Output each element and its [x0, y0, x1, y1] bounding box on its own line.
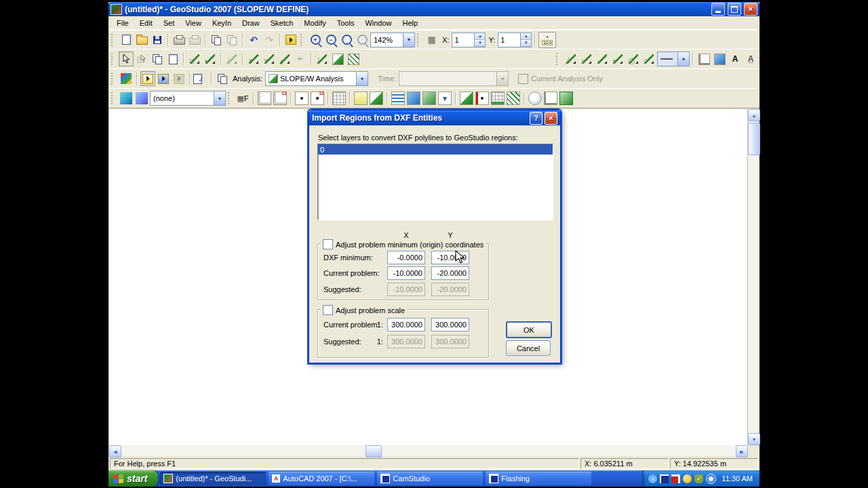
sketch-picture-icon[interactable]: [712, 52, 727, 66]
water-table-icon[interactable]: ▼: [437, 91, 452, 106]
measure-icon[interactable]: [490, 91, 505, 106]
layer-item-selected[interactable]: 0: [318, 144, 553, 155]
scroll-right-icon[interactable]: ▶: [736, 445, 748, 458]
chevron-down-icon[interactable]: ▼: [677, 52, 689, 66]
spin-down-icon[interactable]: ▼: [521, 40, 531, 47]
pore-pressure-icon[interactable]: [475, 91, 490, 106]
sketch-polyline-icon[interactable]: ∨: [579, 52, 594, 66]
draw-tension-crack-icon[interactable]: ¿: [277, 52, 292, 66]
scroll-left-icon[interactable]: ◀: [109, 445, 121, 458]
tray-messenger-icon[interactable]: [683, 474, 692, 483]
dxf-minimum-x-field[interactable]: -0.0000: [387, 251, 425, 264]
tray-expand-icon[interactable]: ‹: [648, 474, 657, 483]
regions-icon[interactable]: [353, 91, 368, 106]
sketch-line-icon[interactable]: ╱: [564, 52, 578, 66]
menu-edit[interactable]: Edit: [134, 18, 158, 28]
taskbar-item-camstudio[interactable]: CamStudio: [377, 472, 483, 485]
define-mode-icon[interactable]: [140, 71, 155, 86]
toolbar-grip[interactable]: [111, 73, 115, 85]
menu-help[interactable]: Help: [397, 18, 424, 28]
view-preferences-icon[interactable]: [134, 91, 149, 106]
menu-file[interactable]: File: [111, 18, 134, 28]
draw-slip-surface-icon[interactable]: ✕: [246, 52, 261, 66]
cancel-button[interactable]: Cancel: [506, 340, 551, 356]
sketch-text-icon[interactable]: A: [728, 52, 743, 66]
tray-camstudio-icon[interactable]: [660, 474, 669, 483]
grid-y-spinner[interactable]: 1 ▲▼: [498, 33, 532, 47]
close-button[interactable]: ×: [744, 3, 757, 16]
keyin-points-label-icon[interactable]: 12: [273, 91, 288, 106]
menu-tools[interactable]: Tools: [332, 18, 360, 28]
copy-picture-icon[interactable]: [150, 52, 165, 66]
scale-current-y-field[interactable]: 300.0000: [431, 318, 469, 331]
toolbar-grip[interactable]: [556, 53, 560, 65]
scale-current-x-field[interactable]: 300.0000: [387, 318, 425, 331]
select-window-icon[interactable]: [134, 52, 149, 66]
menu-window[interactable]: Window: [359, 18, 397, 28]
limits-icon[interactable]: ⇤: [293, 52, 308, 66]
analyses-tree-icon[interactable]: [215, 71, 230, 86]
taskbar-clock[interactable]: 11:30 AM: [722, 474, 753, 483]
new-file-icon[interactable]: [119, 33, 134, 47]
taskbar-item-autocad[interactable]: A AutoCAD 2007 - [C:\...: [269, 472, 374, 485]
tray-antivirus-icon[interactable]: ✓: [694, 474, 703, 483]
select-arrow-icon[interactable]: [119, 52, 134, 66]
zoom-objects-icon[interactable]: [355, 33, 370, 47]
spin-up-icon[interactable]: ▲: [521, 33, 531, 40]
start-button[interactable]: start: [108, 470, 158, 487]
seepage-icon[interactable]: [391, 91, 406, 106]
toolbar-grip[interactable]: [300, 34, 304, 46]
menu-view[interactable]: View: [180, 18, 207, 28]
picture-icon[interactable]: [559, 91, 574, 106]
sketch-axes-icon[interactable]: [696, 52, 711, 66]
modify-text-icon[interactable]: A̲: [743, 52, 758, 66]
draw-lines-icon[interactable]: ╱: [224, 52, 239, 66]
menu-sketch[interactable]: Sketch: [265, 18, 299, 28]
snap-grid-icon[interactable]: ▦: [425, 33, 439, 47]
dialog-close-button[interactable]: ×: [545, 112, 557, 125]
water-icon[interactable]: [406, 91, 421, 106]
tray-quicktime-icon[interactable]: [671, 474, 680, 483]
redo-icon[interactable]: ↷: [262, 33, 277, 47]
minimize-button[interactable]: [711, 3, 725, 16]
menu-modify[interactable]: Modify: [298, 18, 331, 28]
chevron-down-icon[interactable]: ▼: [214, 92, 225, 105]
draw-radius-icon[interactable]: Y: [262, 52, 277, 66]
tray-media-icon[interactable]: [706, 474, 716, 484]
toolbar-grip[interactable]: [111, 53, 115, 65]
line-style-select[interactable]: ▼: [657, 52, 690, 66]
zoom-out-icon[interactable]: −: [323, 33, 338, 47]
scroll-up-icon[interactable]: ▲: [748, 109, 760, 121]
slip-surface-icon[interactable]: [369, 91, 384, 106]
grid-lines-icon[interactable]: [332, 91, 347, 106]
paste-icon[interactable]: [224, 33, 239, 47]
adjust-scale-checkbox[interactable]: [323, 305, 333, 315]
toolbar-grip[interactable]: [228, 92, 232, 104]
ok-button[interactable]: OK: [506, 321, 552, 338]
current-problem-x-field[interactable]: -10.0000: [387, 266, 425, 280]
restore-button[interactable]: [728, 3, 741, 16]
point-label-icon[interactable]: 12: [310, 91, 325, 106]
slope-region-icon[interactable]: [459, 91, 474, 106]
sketch-arrow2-icon[interactable]: ↖: [610, 52, 625, 66]
vertical-scroll-thumb[interactable]: [748, 123, 760, 155]
toolbar-grip[interactable]: [111, 34, 115, 46]
current-problem-y-field[interactable]: -20.0000: [431, 266, 469, 280]
menu-set[interactable]: Set: [158, 18, 180, 28]
keyin-points-icon[interactable]: [257, 91, 272, 106]
spin-up-icon[interactable]: ▲: [475, 33, 485, 40]
object-properties-icon[interactable]: [283, 33, 298, 47]
toolbar-grip[interactable]: [417, 34, 421, 46]
toolbar-grip[interactable]: [111, 92, 115, 104]
vertical-scrollbar[interactable]: ▲ ▼: [748, 109, 759, 445]
zoom-page-icon[interactable]: [339, 33, 354, 47]
grid-x-spinner[interactable]: 1 ▲▼: [452, 33, 486, 47]
save-icon[interactable]: [150, 33, 165, 47]
chevron-down-icon[interactable]: ▼: [356, 72, 368, 85]
undo-icon[interactable]: ↶: [246, 33, 261, 47]
reinforcement-icon[interactable]: [506, 91, 521, 106]
horizontal-scroll-thumb[interactable]: [366, 445, 382, 458]
draw-points-icon[interactable]: ▪: [203, 52, 218, 66]
taskbar-item-flashing[interactable]: Flashing: [486, 472, 591, 485]
draw-materials-icon[interactable]: [330, 52, 345, 66]
